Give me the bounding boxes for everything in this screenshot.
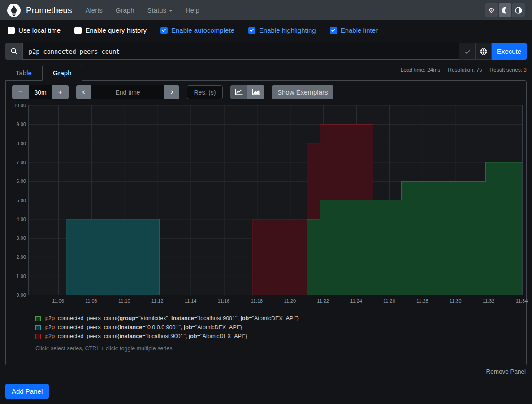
nav-item-status[interactable]: Status bbox=[147, 6, 173, 14]
checkbox-label: Enable query history bbox=[85, 26, 147, 34]
range-increase-button[interactable]: + bbox=[52, 85, 69, 99]
tab-graph[interactable]: Graph bbox=[42, 65, 82, 81]
x-tick-label: 11:34 bbox=[516, 298, 528, 304]
resolution: Resolution: 7s bbox=[448, 67, 482, 73]
nav-item-help[interactable]: Help bbox=[186, 6, 199, 14]
y-tick-label: 10.00 bbox=[13, 103, 26, 108]
x-tick-label: 11:28 bbox=[416, 298, 428, 304]
checkbox-enable-highlighting[interactable]: Enable highlighting bbox=[248, 26, 316, 34]
contrast-icon bbox=[515, 6, 523, 14]
line-chart-icon bbox=[235, 89, 243, 96]
legend-series-name: p2p_connected_peers_count{instance="loca… bbox=[45, 333, 247, 339]
legend-row[interactable]: p2p_connected_peers_count{instance="loca… bbox=[35, 333, 523, 339]
checkmark-icon bbox=[464, 48, 471, 55]
checkbox-enable-autocomplete[interactable]: Enable autocomplete bbox=[160, 26, 234, 34]
navbar: Prometheus AlertsGraphStatusHelp ⚙ bbox=[0, 0, 532, 20]
query-bar: Execute bbox=[5, 43, 527, 60]
search-icon bbox=[10, 48, 18, 55]
x-tick-label: 11:22 bbox=[317, 298, 329, 304]
resolution-input[interactable] bbox=[187, 85, 223, 99]
legend-series-name: p2p_connected_peers_count{instance="0.0.… bbox=[45, 324, 242, 330]
time-forward-button[interactable]: › bbox=[164, 85, 179, 99]
x-tick-label: 11:14 bbox=[185, 298, 197, 304]
checkbox-enable-query-history[interactable]: Enable query history bbox=[74, 26, 147, 34]
x-tick-label: 11:18 bbox=[251, 298, 263, 304]
chart-svg bbox=[29, 105, 522, 295]
settings-gear-button[interactable]: ⚙ bbox=[485, 3, 498, 17]
range-input[interactable] bbox=[29, 85, 52, 99]
line-chart-toggle-button[interactable] bbox=[230, 85, 247, 99]
x-tick-label: 11:16 bbox=[218, 298, 230, 304]
graph-controls: − + ‹ › Show Exemplars bbox=[12, 85, 523, 99]
endtime-group: ‹ › bbox=[76, 85, 179, 99]
query-valid-button[interactable] bbox=[459, 43, 476, 60]
nav-items: AlertsGraphStatusHelp bbox=[85, 6, 212, 14]
time-back-button[interactable]: ‹ bbox=[76, 85, 91, 99]
legend: p2p_connected_peers_count{group="atomicd… bbox=[35, 315, 523, 339]
x-tick-label: 11:30 bbox=[450, 298, 462, 304]
checked-checkbox[interactable] bbox=[330, 27, 337, 34]
tab-table[interactable]: Table bbox=[5, 65, 42, 80]
metrics-explorer-button[interactable] bbox=[476, 43, 492, 60]
execute-button[interactable]: Execute bbox=[492, 43, 527, 60]
checkbox-label: Enable highlighting bbox=[259, 26, 316, 34]
globe-icon bbox=[480, 48, 488, 56]
checkbox-label: Use local time bbox=[18, 26, 61, 34]
range-group: − + bbox=[12, 85, 69, 99]
y-tick-label: 8.00 bbox=[17, 141, 26, 146]
add-panel-button[interactable]: Add Panel bbox=[5, 384, 49, 399]
legend-series-name: p2p_connected_peers_count{group="atomicd… bbox=[45, 315, 299, 321]
series-area[interactable] bbox=[67, 219, 160, 295]
show-exemplars-button[interactable]: Show Exemplars bbox=[272, 85, 333, 99]
query-input[interactable] bbox=[22, 43, 459, 60]
unchecked-checkbox[interactable] bbox=[74, 27, 82, 34]
x-tick-label: 11:32 bbox=[483, 298, 495, 304]
y-tick-label: 6.00 bbox=[17, 178, 26, 184]
y-tick-label: 4.00 bbox=[17, 217, 26, 222]
y-tick-label: 3.00 bbox=[17, 235, 26, 241]
tabs-row: Table Graph Load time: 24ms Resolution: … bbox=[5, 64, 527, 80]
stacked-area-icon bbox=[252, 89, 260, 96]
legend-row[interactable]: p2p_connected_peers_count{instance="0.0.… bbox=[35, 324, 523, 330]
moon-icon bbox=[501, 6, 509, 14]
legend-row[interactable]: p2p_connected_peers_count{group="atomicd… bbox=[35, 315, 523, 321]
checked-checkbox[interactable] bbox=[160, 27, 168, 34]
x-tick-label: 11:10 bbox=[118, 298, 130, 304]
range-decrease-button[interactable]: − bbox=[12, 85, 29, 99]
result-series: Result series: 3 bbox=[489, 67, 527, 73]
unchecked-checkbox[interactable] bbox=[8, 27, 15, 34]
x-tick-label: 11:12 bbox=[151, 298, 164, 304]
graph-panel: − + ‹ › Show Exemplars bbox=[5, 80, 527, 365]
torch-flame-icon bbox=[7, 4, 21, 17]
end-time-input[interactable] bbox=[91, 85, 164, 99]
checkbox-label: Enable autocomplete bbox=[171, 26, 234, 34]
search-addon bbox=[5, 43, 22, 60]
auto-theme-button[interactable] bbox=[512, 3, 525, 17]
dark-theme-button[interactable] bbox=[499, 3, 511, 17]
checkbox-label: Enable linter bbox=[341, 26, 378, 34]
query-stats: Load time: 24ms Resolution: 7s Result se… bbox=[401, 67, 527, 73]
legend-swatch bbox=[35, 334, 41, 339]
x-tick-label: 11:20 bbox=[284, 298, 296, 304]
plot-area[interactable] bbox=[28, 105, 523, 295]
chart: 0.001.002.003.004.005.006.007.008.009.00… bbox=[9, 105, 523, 305]
x-tick-label: 11:06 bbox=[52, 298, 64, 304]
stacked-chart-toggle-button[interactable] bbox=[247, 85, 264, 99]
chevron-right-icon: › bbox=[170, 87, 173, 96]
checked-checkbox[interactable] bbox=[248, 27, 255, 34]
x-tick-label: 11:24 bbox=[350, 298, 362, 304]
remove-panel-link[interactable]: Remove Panel bbox=[486, 368, 526, 375]
chart-type-group bbox=[230, 85, 264, 99]
nav-item-alerts[interactable]: Alerts bbox=[85, 6, 102, 14]
legend-swatch bbox=[35, 325, 41, 330]
legend-hint: Click: select series, CTRL + click: togg… bbox=[35, 345, 523, 352]
y-tick-label: 7.00 bbox=[17, 160, 26, 165]
nav-item-graph[interactable]: Graph bbox=[116, 6, 134, 14]
y-tick-label: 2.00 bbox=[17, 254, 26, 260]
checkbox-enable-linter[interactable]: Enable linter bbox=[330, 26, 378, 34]
x-tick-label: 11:08 bbox=[85, 298, 97, 304]
y-tick-label: 5.00 bbox=[17, 198, 26, 203]
remove-panel-row: Remove Panel bbox=[6, 368, 526, 375]
x-axis-labels: 11:0611:0811:1011:1211:1411:1611:1811:20… bbox=[28, 295, 523, 305]
checkbox-use-local-time[interactable]: Use local time bbox=[8, 26, 61, 34]
